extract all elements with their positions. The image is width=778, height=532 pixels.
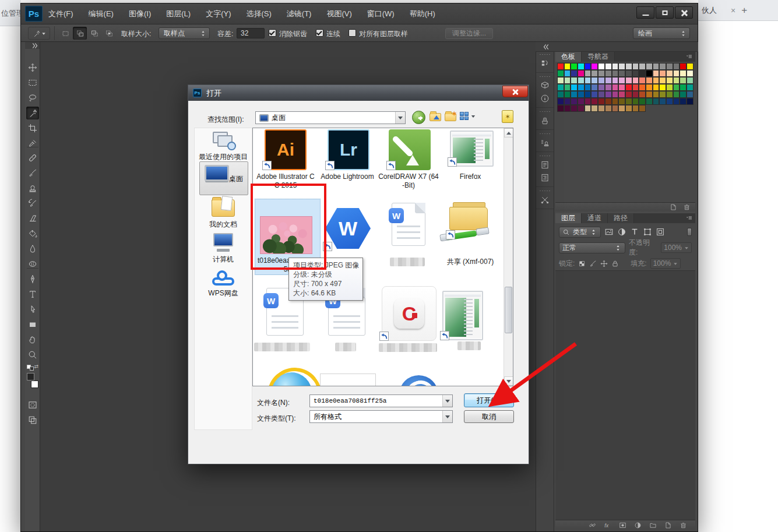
swatch[interactable] <box>632 105 639 112</box>
swatch[interactable] <box>571 63 578 70</box>
new-adjustment-layer-button[interactable] <box>634 522 642 529</box>
swatch[interactable] <box>666 98 673 105</box>
swatch[interactable] <box>618 105 625 112</box>
swatch[interactable] <box>571 70 578 77</box>
browser-tab-title[interactable]: 伙人 <box>702 5 717 16</box>
swatch[interactable] <box>605 70 612 77</box>
clone-stamp-tool[interactable] <box>26 182 39 195</box>
swatch[interactable] <box>612 98 619 105</box>
swatch[interactable] <box>639 105 646 112</box>
swatch[interactable] <box>618 84 625 91</box>
swatch[interactable] <box>639 84 646 91</box>
clone-source-panel-icon[interactable] <box>538 136 552 149</box>
layer-filter-toggle[interactable] <box>687 228 692 236</box>
swatch[interactable] <box>578 105 585 112</box>
swatch[interactable] <box>564 63 571 70</box>
swatch[interactable] <box>564 84 571 91</box>
tolerance-input[interactable]: 32 <box>237 28 265 38</box>
swatch[interactable] <box>687 70 693 77</box>
rectangular-marquee-tool[interactable] <box>26 76 39 89</box>
up-one-level-button[interactable] <box>430 111 441 121</box>
swatch[interactable] <box>571 91 578 98</box>
swatch[interactable] <box>632 84 639 91</box>
swatch[interactable] <box>598 91 605 98</box>
swatch[interactable] <box>605 105 612 112</box>
swatch[interactable] <box>646 77 653 84</box>
swatch[interactable] <box>598 63 605 70</box>
swatch[interactable] <box>557 84 564 91</box>
swatch[interactable] <box>585 105 592 112</box>
swatch[interactable] <box>680 91 687 98</box>
history-brush-tool[interactable] <box>26 197 39 210</box>
menu-item-1[interactable]: 编辑(E) <box>89 9 114 19</box>
drag-handle[interactable] <box>539 76 551 78</box>
hand-tool[interactable] <box>26 333 39 346</box>
swatch[interactable] <box>605 91 612 98</box>
swatch[interactable] <box>653 98 660 105</box>
swatch[interactable] <box>687 63 693 70</box>
swatch[interactable] <box>673 63 680 70</box>
swatch[interactable] <box>612 91 619 98</box>
swatch[interactable] <box>585 84 592 91</box>
paragraph-styles-panel-icon[interactable] <box>538 171 552 184</box>
swatch[interactable] <box>598 84 605 91</box>
swatch[interactable] <box>646 63 653 70</box>
swatch[interactable] <box>639 70 646 77</box>
swatch[interactable] <box>673 91 680 98</box>
swatch[interactable] <box>585 98 592 105</box>
layer-style-button[interactable] <box>604 522 611 529</box>
scrollbar-thumb[interactable] <box>505 287 512 333</box>
tab-close-icon[interactable]: × <box>731 6 735 15</box>
swatch[interactable] <box>632 98 639 105</box>
swatch[interactable] <box>557 105 564 112</box>
swatch[interactable] <box>585 77 592 84</box>
menu-item-0[interactable]: 文件(F) <box>48 9 73 19</box>
info-panel-icon[interactable] <box>538 92 552 105</box>
adjustment-layer-filter-icon[interactable] <box>617 227 626 237</box>
swatch[interactable] <box>571 84 578 91</box>
swatch[interactable] <box>625 63 632 70</box>
sample-size-dropdown[interactable]: 取样点 <box>159 27 210 39</box>
paint-bucket-tool[interactable] <box>26 227 39 240</box>
swatch[interactable] <box>673 98 680 105</box>
swatch[interactable] <box>673 84 680 91</box>
file-item[interactable] <box>399 375 438 386</box>
foreground-color-chip[interactable] <box>27 373 34 380</box>
swatch[interactable] <box>639 77 646 84</box>
swatch[interactable] <box>646 91 653 98</box>
new-group-button[interactable] <box>649 522 657 529</box>
swatch[interactable] <box>687 84 693 91</box>
swatch[interactable] <box>625 84 632 91</box>
swatch[interactable] <box>612 105 619 112</box>
place-item[interactable]: 我的文档 <box>195 199 252 230</box>
drag-handle[interactable] <box>539 133 551 135</box>
swatch[interactable] <box>639 91 646 98</box>
file-item[interactable] <box>442 291 483 340</box>
swatch[interactable] <box>557 77 564 84</box>
swatch[interactable] <box>578 63 585 70</box>
file-item[interactable]: Ai <box>265 129 307 170</box>
swatch[interactable] <box>653 70 660 77</box>
fill-field[interactable]: 100% <box>650 258 681 269</box>
new-swatch-button[interactable] <box>670 203 677 211</box>
swatch[interactable] <box>557 91 564 98</box>
swatch[interactable] <box>605 98 612 105</box>
menu-item-6[interactable]: 滤镜(T) <box>287 9 312 19</box>
selection-mode-selint-button[interactable] <box>102 27 116 40</box>
tab-channels[interactable]: 通道 <box>582 213 608 223</box>
lock-position-icon[interactable] <box>600 260 608 267</box>
file-item[interactable]: W <box>392 203 425 246</box>
swatch[interactable] <box>557 98 564 105</box>
tab-paths[interactable]: 路径 <box>608 213 634 223</box>
drag-handle[interactable] <box>539 54 551 56</box>
file-item[interactable] <box>450 131 494 167</box>
workspace-switcher[interactable]: 绘画 <box>633 27 690 39</box>
tool-preset-picker[interactable] <box>28 27 50 40</box>
image-preview-toggle[interactable]: ✶ <box>502 110 513 123</box>
tools-collapse-header[interactable] <box>25 42 40 49</box>
swatch[interactable] <box>653 91 660 98</box>
swap-colors-icon[interactable]: ⇄ <box>27 364 38 371</box>
close-button[interactable] <box>675 6 693 19</box>
healing-brush-tool[interactable] <box>26 152 39 164</box>
swatch[interactable] <box>653 84 660 91</box>
